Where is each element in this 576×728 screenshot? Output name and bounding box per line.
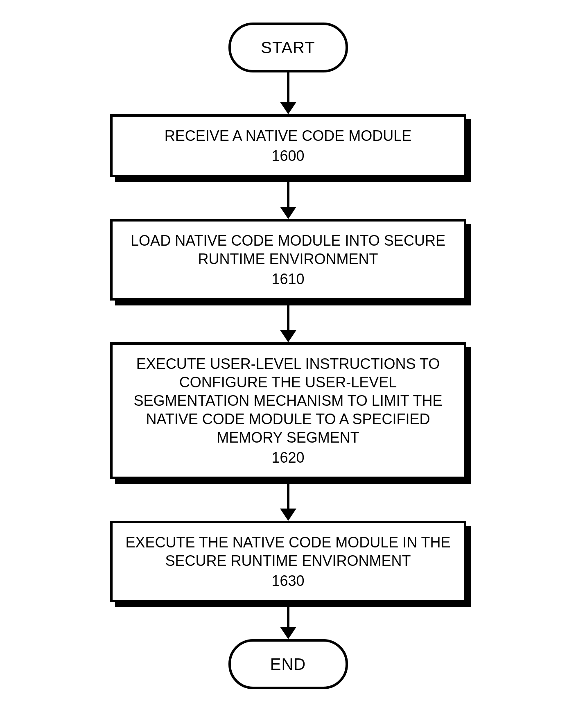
- step-box: RECEIVE A NATIVE CODE MODULE 1600: [110, 114, 466, 177]
- arrow-icon: [280, 177, 296, 219]
- end-shape: END: [228, 639, 348, 689]
- step-box: LOAD NATIVE CODE MODULE INTO SECURE RUNT…: [110, 219, 466, 301]
- arrow-icon: [280, 301, 296, 342]
- step-1610: LOAD NATIVE CODE MODULE INTO SECURE RUNT…: [110, 219, 466, 301]
- arrow-icon: [280, 72, 296, 114]
- end-terminator: END: [228, 639, 348, 689]
- step-box: EXECUTE THE NATIVE CODE MODULE IN THE SE…: [110, 521, 466, 602]
- arrow-icon: [280, 602, 296, 639]
- flowchart-canvas: START RECEIVE A NATIVE CODE MODULE 1600 …: [0, 0, 576, 728]
- step-ref: 1630: [271, 572, 304, 590]
- step-text: EXECUTE THE NATIVE CODE MODULE IN THE SE…: [120, 533, 456, 570]
- arrow-icon: [280, 479, 296, 521]
- step-ref: 1600: [271, 147, 304, 165]
- step-1630: EXECUTE THE NATIVE CODE MODULE IN THE SE…: [110, 521, 466, 602]
- step-text: EXECUTE USER-LEVEL INSTRUCTIONS TO CONFI…: [120, 355, 456, 447]
- step-1620: EXECUTE USER-LEVEL INSTRUCTIONS TO CONFI…: [110, 342, 466, 479]
- step-box: EXECUTE USER-LEVEL INSTRUCTIONS TO CONFI…: [110, 342, 466, 479]
- end-label: END: [270, 655, 306, 674]
- flowchart: START RECEIVE A NATIVE CODE MODULE 1600 …: [110, 23, 466, 689]
- step-text: RECEIVE A NATIVE CODE MODULE: [165, 127, 411, 145]
- step-1600: RECEIVE A NATIVE CODE MODULE 1600: [110, 114, 466, 177]
- step-ref: 1620: [271, 448, 304, 467]
- step-ref: 1610: [271, 270, 304, 288]
- start-terminator: START: [228, 23, 348, 72]
- step-text: LOAD NATIVE CODE MODULE INTO SECURE RUNT…: [120, 231, 456, 268]
- start-label: START: [261, 38, 315, 57]
- start-shape: START: [228, 23, 348, 72]
